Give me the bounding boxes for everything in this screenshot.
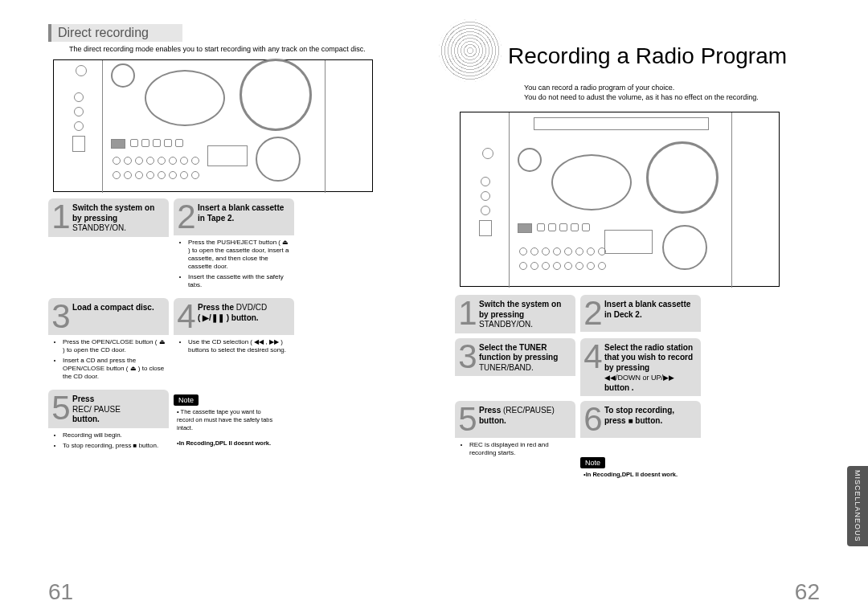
step-title: Load a compact disc. (72, 301, 154, 313)
step-number: 2 (175, 202, 198, 232)
step-title: Switch the system on by pressing STANDBY… (479, 298, 571, 330)
step-title: Select the radio station that you wish t… (604, 341, 696, 394)
step-body: Press the PUSH/EJECT button ( ⏏ ) to ope… (174, 235, 294, 293)
step-body: REC is displayed in red and recording st… (455, 438, 575, 461)
step-4: 4 Press the DVD/CD ( ▶/❚❚ ) button. Use … (174, 298, 294, 385)
step-body: Press the OPEN/CLOSE button ( ⏏ ) to ope… (48, 335, 169, 385)
step-body: Recording will begin. To stop recording,… (48, 428, 169, 454)
step-1: 1 Switch the system on by pressing STAND… (48, 198, 169, 293)
page-title: Recording a Radio Program (508, 43, 787, 69)
section-title: Direct recording (48, 24, 289, 42)
step-number: 2 (582, 298, 604, 329)
step-3: 3 Load a compact disc. Press the OPEN/CL… (48, 298, 169, 385)
page-61: Direct recording The direct recording mo… (0, 0, 434, 613)
page-number: 62 (795, 579, 820, 605)
step-title: Insert a blank cassette in Tape 2. (198, 202, 289, 223)
step-2: 2 Insert a blank cassette in Tape 2. Pre… (174, 198, 294, 293)
step-number: 3 (457, 341, 479, 372)
steps-left: 1 Switch the system on by pressing STAND… (48, 198, 413, 454)
step-body: Use the CD selection ( ◀◀ , ▶▶ ) buttons… (174, 335, 294, 358)
step-number: 3 (50, 301, 72, 332)
device-diagram-right (460, 112, 780, 287)
manual-spread: Direct recording The direct recording mo… (0, 0, 868, 613)
step-title: Press the DVD/CD ( ▶/❚❚ ) button. (198, 301, 267, 323)
step-number: 5 (457, 404, 479, 435)
note-text: •In Recoding,DPL II doesnt work. (583, 471, 701, 479)
steps-right: 1 Switch the system on by pressing STAND… (455, 295, 820, 479)
step-title: Press (REC/PAUSE) button. (479, 404, 555, 426)
step-title: Select the TUNER function by pressing TU… (479, 341, 571, 374)
note-text: • The cassette tape you want to record o… (177, 408, 278, 447)
step-title: Switch the system on by pressing STANDBY… (72, 202, 164, 234)
step-3: 3 Select the TUNER function by pressing … (455, 338, 575, 397)
device-diagram-left (53, 59, 373, 192)
step-number: 6 (582, 404, 604, 435)
page-subtitle: You can record a radio program of your c… (524, 84, 820, 102)
section-tab: MISCELLANEOUS (847, 466, 868, 546)
swirl-icon (439, 19, 502, 82)
step-title: Press REC/ PAUSE button. (72, 393, 121, 425)
title-wrap: Recording a Radio Program (439, 24, 820, 87)
section-description: The direct recording mode enables you to… (69, 45, 410, 53)
step-4: 4 Select the radio station that you wish… (580, 338, 701, 397)
step-number: 4 (582, 341, 604, 372)
note-block: Note • The cassette tape you want to rec… (174, 390, 278, 454)
step-number: 4 (175, 301, 198, 332)
section-title-text: Direct recording (58, 26, 149, 40)
step-number: 1 (457, 298, 479, 329)
note-block: Note •In Recoding,DPL II doesnt work. (580, 452, 701, 479)
step-6: 6 To stop recording, press ■ button. Not… (580, 401, 701, 479)
step-number: 1 (50, 202, 72, 232)
step-number: 5 (50, 393, 72, 423)
page-number: 61 (48, 579, 73, 605)
step-1: 1 Switch the system on by pressing STAND… (455, 295, 575, 333)
step-5: 5 Press (REC/PAUSE) button. REC is displ… (455, 401, 575, 479)
step-5: 5 Press REC/ PAUSE button. Recording wil… (48, 390, 169, 454)
note-label: Note (580, 457, 605, 468)
note-label: Note (174, 394, 199, 406)
page-62: Recording a Radio Program You can record… (434, 0, 868, 613)
step-title: To stop recording, press ■ button. (604, 404, 696, 426)
step-title: Insert a blank cassette in Deck 2. (604, 298, 696, 320)
step-2: 2 Insert a blank cassette in Deck 2. (580, 295, 701, 333)
